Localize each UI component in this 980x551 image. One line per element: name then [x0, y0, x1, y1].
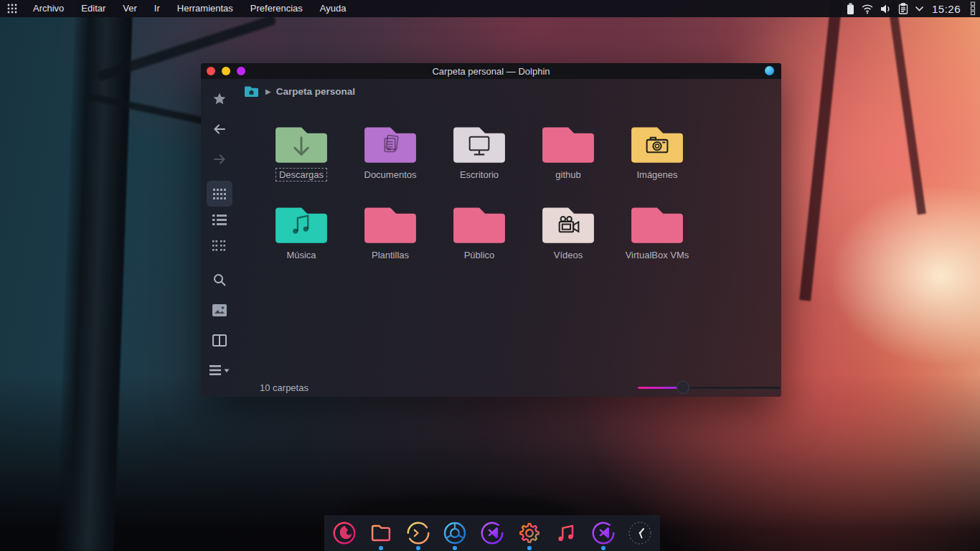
hamburger-menu-button[interactable] — [207, 357, 232, 383]
folder-label: Público — [461, 248, 499, 262]
compact-view-button[interactable] — [207, 232, 232, 258]
terminal-icon — [405, 519, 432, 547]
chevron-down-icon[interactable] — [915, 6, 924, 12]
zoom-slider[interactable] — [638, 378, 780, 397]
close-button[interactable] — [207, 67, 215, 75]
dock-app-terminal[interactable] — [401, 515, 435, 551]
menu-ayuda[interactable]: Ayuda — [311, 0, 355, 17]
dock-app-clock[interactable] — [623, 515, 657, 551]
battery-icon[interactable] — [847, 3, 854, 15]
dolphin-window: Carpeta personal — Dolphin — [201, 63, 781, 397]
menu-herramientas[interactable]: Herramientas — [169, 0, 242, 17]
folder-imagenes[interactable]: Imágenes — [613, 121, 702, 201]
folder-label: Descargas — [275, 168, 327, 182]
vscode-icon — [479, 519, 506, 547]
folder-label: VirtualBox VMs — [622, 248, 693, 262]
minimize-button[interactable] — [222, 67, 230, 75]
dock-app-chrome[interactable] — [438, 515, 472, 551]
vscode-icon — [590, 519, 617, 547]
home-folder-icon[interactable] — [244, 85, 259, 98]
dock-app-firefox[interactable] — [327, 515, 362, 551]
dock — [324, 515, 660, 551]
titlebar[interactable]: Carpeta personal — Dolphin — [201, 63, 781, 79]
music-note-icon — [552, 519, 580, 547]
window-title: Carpeta personal — Dolphin — [201, 66, 781, 77]
folder-escritorio[interactable]: Escritorio — [435, 121, 524, 201]
toolbar-column — [201, 79, 238, 397]
folder-videos[interactable]: Vídeos — [524, 201, 613, 281]
folder-plantillas[interactable]: Plantillas — [346, 201, 435, 281]
folder-label: github — [552, 168, 584, 182]
dock-app-vscode[interactable] — [475, 515, 509, 551]
dock-app-file-manager[interactable] — [364, 515, 398, 551]
folder-label: Documentos — [361, 168, 420, 182]
tree-trunk — [799, 0, 842, 301]
folder-label: Escritorio — [456, 168, 502, 182]
details-view-button[interactable] — [207, 207, 232, 232]
search-icon[interactable] — [207, 267, 232, 293]
running-indicator — [601, 546, 606, 550]
maximize-button[interactable] — [237, 67, 245, 75]
split-view-icon[interactable] — [207, 327, 232, 353]
folder-musica[interactable]: Música — [257, 201, 346, 281]
window-menu-button[interactable] — [765, 66, 774, 75]
folder-grid: Descargas Documentos — [238, 103, 781, 281]
network-signal-icon[interactable] — [861, 4, 874, 14]
dock-app-settings[interactable] — [512, 515, 547, 551]
app-grid-icon[interactable] — [0, 4, 24, 14]
running-indicator — [527, 546, 532, 550]
volume-icon[interactable] — [880, 4, 892, 14]
tree-trunk — [57, 0, 133, 551]
running-indicator — [453, 546, 457, 550]
gear-icon — [516, 519, 543, 547]
folder-label: Vídeos — [550, 248, 586, 262]
folder-virtualbox-vms[interactable]: VirtualBox VMs — [613, 201, 702, 281]
menu-editar[interactable]: Editar — [72, 0, 114, 17]
folder-label: Imágenes — [633, 168, 681, 182]
tree-trunk — [887, 1, 926, 215]
menu-ir[interactable]: Ir — [146, 0, 169, 17]
folder-view-pane: ▶ Carpeta personal Descargas — [238, 79, 781, 397]
menu-ver[interactable]: Ver — [114, 0, 146, 17]
folder-label: Música — [283, 248, 319, 262]
analog-clock-icon — [626, 519, 654, 547]
preview-image-icon[interactable] — [207, 297, 232, 323]
icons-view-button[interactable] — [207, 181, 232, 207]
folder-icon — [367, 519, 395, 547]
status-bar: 10 carpetas — [238, 378, 781, 397]
global-menubar: Archivo Editar Ver Ir Herramientas Prefe… — [0, 0, 980, 17]
running-indicator — [416, 546, 420, 550]
dock-app-music[interactable] — [549, 515, 583, 551]
folder-label: Plantillas — [368, 248, 413, 262]
widget-handle-icon[interactable] — [970, 1, 976, 16]
item-count: 10 carpetas — [260, 382, 308, 393]
folder-documentos[interactable]: Documentos — [346, 121, 435, 201]
back-button[interactable] — [207, 116, 232, 142]
folder-publico[interactable]: Público — [435, 201, 524, 281]
clipboard-icon[interactable] — [898, 3, 908, 14]
folder-github[interactable]: github — [524, 121, 613, 201]
zoom-slider-handle[interactable] — [677, 381, 689, 394]
chrome-icon — [441, 519, 468, 547]
bookmark-star-icon[interactable] — [207, 86, 232, 112]
breadcrumb: ▶ Carpeta personal — [238, 79, 781, 103]
folder-descargas[interactable]: Descargas — [257, 121, 346, 201]
firefox-icon — [331, 519, 358, 547]
system-tray: 15:26 — [847, 1, 980, 16]
menu-archivo[interactable]: Archivo — [24, 0, 72, 17]
dock-app-vscode-insiders[interactable] — [586, 515, 621, 551]
forward-button[interactable] — [207, 146, 232, 172]
clock-display[interactable]: 15:26 — [930, 3, 963, 15]
menu-preferencias[interactable]: Preferencias — [242, 0, 311, 17]
breadcrumb-arrow-icon: ▶ — [265, 88, 271, 95]
breadcrumb-location[interactable]: Carpeta personal — [276, 86, 355, 97]
running-indicator — [379, 546, 383, 550]
